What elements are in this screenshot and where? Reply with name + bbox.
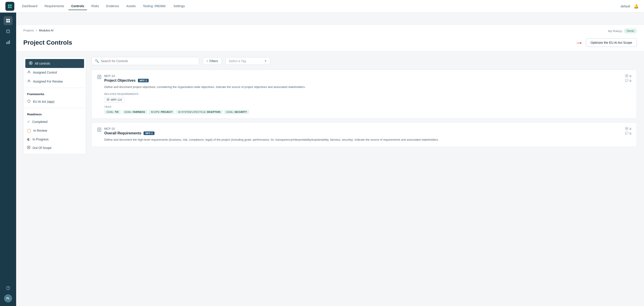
card-title-2: Overall Requirements MFF-1 xyxy=(104,131,622,135)
breadcrumb-current: Modulos AI xyxy=(39,29,53,32)
notification-bell-icon[interactable]: 🔔 xyxy=(634,4,638,9)
optimize-button[interactable]: Optimize the EU AI Act Scope xyxy=(586,38,637,47)
nav-risks[interactable]: Risks xyxy=(88,3,102,10)
readiness-title: Readiness xyxy=(24,110,86,117)
nav-testing[interactable]: TestingPREVIEW xyxy=(140,3,169,10)
readiness-in-review-item[interactable]: ◯ In Review xyxy=(24,126,86,135)
card-title-1: Project Objectives MFF-1 xyxy=(104,79,622,83)
assigned-control-icon xyxy=(27,70,31,75)
preview-badge: PREVIEW xyxy=(154,5,166,8)
app-logo[interactable] xyxy=(6,2,14,11)
card-comment-count-1: 0 xyxy=(625,79,631,83)
filters-button[interactable]: ▿ Filters xyxy=(203,57,222,65)
nav-links: Dashboard Requirements Controls Risks Ev… xyxy=(19,3,621,10)
framework-badge-2: MFF-1 xyxy=(144,131,154,135)
tag-select-label: Select a Tag xyxy=(229,59,246,63)
card-comment-count-2: 0 xyxy=(625,132,631,136)
svg-rect-0 xyxy=(6,19,8,21)
readiness-completed-item[interactable]: ✓ Completed xyxy=(24,117,86,126)
tags-row-1: GOAL: TIX GOAL: FAIRNESS SCOPE: PROJECT … xyxy=(104,110,622,114)
shield-icon xyxy=(27,99,31,104)
search-filter-row: 🔍 ▿ Filters Select a Tag ▼ xyxy=(92,57,637,65)
document-icon-1 xyxy=(625,74,628,78)
doc-count-2: 0 xyxy=(630,127,631,131)
in-review-label: In Review xyxy=(34,129,47,132)
page-title: Project Controls xyxy=(23,39,72,46)
all-controls-item[interactable]: All controls xyxy=(25,59,84,68)
nav-settings[interactable]: Settings xyxy=(170,3,188,10)
card-doc-count-1: 0 xyxy=(625,74,631,78)
svg-rect-6 xyxy=(6,42,7,44)
content-area: All controls Assigned Control xyxy=(16,52,644,160)
search-input[interactable] xyxy=(101,59,196,63)
framework-badge-1: MFF-1 xyxy=(138,79,149,82)
nav-assets[interactable]: Assets xyxy=(123,3,139,10)
readiness-out-of-scope-item[interactable]: Out Of Scope xyxy=(24,144,86,152)
top-navigation: Dashboard Requirements Controls Risks Ev… xyxy=(0,0,644,13)
sidebar-grid-icon[interactable] xyxy=(4,16,12,25)
eu-ai-act-item[interactable]: EU AI Act (app) xyxy=(24,97,86,106)
doc-count-1: 0 xyxy=(630,75,631,78)
tag-select-dropdown[interactable]: Select a Tag ▼ xyxy=(225,57,270,65)
card-right-2: 0 0 xyxy=(625,127,631,136)
top-nav-right: default 🔔 xyxy=(621,4,638,9)
card-control-icon-1 xyxy=(97,75,102,80)
filter-icon: ▿ xyxy=(206,59,208,63)
card-doc-count-2: 0 xyxy=(625,127,631,131)
assigned-review-label: Assigned For Review xyxy=(33,80,62,83)
card-id-2: MCF-15 xyxy=(104,127,622,130)
role-section: My Role(s) Owner xyxy=(608,29,637,33)
left-panel: All controls Assigned Control xyxy=(23,57,86,154)
related-requirements-1: RELATED REQUIREMENTS xyxy=(104,93,622,103)
card-main-1: MCF-14 Project Objectives MFF-1 Define a… xyxy=(104,74,622,114)
nav-evidence[interactable]: Evidence xyxy=(103,3,122,10)
svg-rect-3 xyxy=(8,21,10,23)
all-controls-icon xyxy=(29,61,32,66)
comment-count-2: 0 xyxy=(630,132,631,135)
nav-controls[interactable]: Controls xyxy=(68,3,88,10)
tag-goal-tix[interactable]: GOAL: TIX xyxy=(104,110,121,114)
card-control-icon-2 xyxy=(97,127,102,133)
chevron-down-icon: ▼ xyxy=(264,60,267,63)
breadcrumb-parent[interactable]: Projects xyxy=(23,29,34,32)
comment-icon-2 xyxy=(625,132,628,136)
readiness-in-progress-item[interactable]: ◐ In Progress xyxy=(24,135,86,144)
req-badge-mrf124[interactable]: MRF-124 xyxy=(104,97,124,103)
assigned-review-icon xyxy=(27,79,31,84)
svg-rect-39 xyxy=(626,132,628,134)
svg-point-12 xyxy=(30,62,32,64)
tag-ai-lifecycle-inception[interactable]: AI SYSTEM LIFECYCLE: INCEPTION xyxy=(176,110,223,114)
out-of-scope-icon xyxy=(27,146,30,150)
completed-icon: ✓ xyxy=(27,120,30,124)
user-label: default xyxy=(621,5,630,8)
tag-goal-security[interactable]: GOAL: SECURITY xyxy=(224,110,249,114)
card-id-1: MCF-14 xyxy=(104,74,622,78)
search-box: 🔍 xyxy=(92,57,199,65)
filter-label: Filters xyxy=(210,59,218,63)
role-label: My Role(s) xyxy=(608,29,622,33)
card-main-2: MCF-15 Overall Requirements MFF-1 Define… xyxy=(104,127,622,142)
breadcrumb-separator: / xyxy=(36,29,37,32)
nav-dashboard[interactable]: Dashboard xyxy=(19,3,40,10)
sidebar-chart-icon[interactable] xyxy=(4,38,12,47)
tag-scope-project[interactable]: SCOPE: PROJECT xyxy=(149,110,175,114)
document-icon-2 xyxy=(625,127,628,131)
comment-icon-1 xyxy=(625,79,628,83)
tag-goal-fairness[interactable]: GOAL: FAIRNESS xyxy=(122,110,147,114)
svg-rect-30 xyxy=(626,79,628,81)
sidebar-layers-icon[interactable] xyxy=(4,27,12,36)
breadcrumb: My Role(s) Owner Projects / Modulos AI xyxy=(23,29,637,32)
control-card-mcf15[interactable]: MCF-15 Overall Requirements MFF-1 Define… xyxy=(92,122,637,147)
assigned-review-item[interactable]: Assigned For Review xyxy=(24,77,86,86)
eu-ai-act-label: EU AI Act (app) xyxy=(33,100,54,103)
card-header-1: MCF-14 Project Objectives MFF-1 Define a… xyxy=(97,74,631,114)
svg-rect-2 xyxy=(6,21,8,23)
optimize-section: → Optimize the EU AI Act Scope xyxy=(575,38,637,47)
divider-2 xyxy=(24,108,86,108)
svg-rect-5 xyxy=(6,30,10,33)
svg-rect-1 xyxy=(8,19,10,21)
assigned-control-item[interactable]: Assigned Control xyxy=(24,68,86,77)
req-badge-icon xyxy=(107,98,110,102)
nav-requirements[interactable]: Requirements xyxy=(42,3,67,10)
control-card-mcf14[interactable]: MCF-14 Project Objectives MFF-1 Define a… xyxy=(92,70,637,119)
